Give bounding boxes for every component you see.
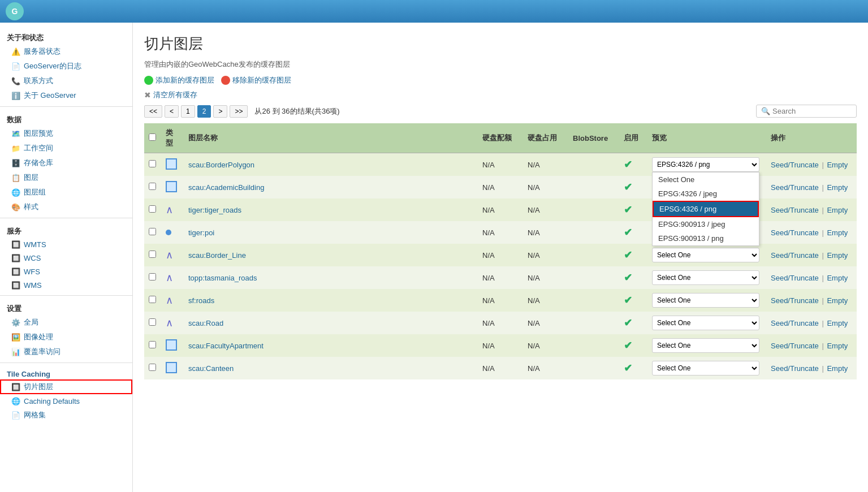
dropdown-item-epsg900913_png[interactable]: EPSG:900913 / png bbox=[653, 231, 759, 245]
row-checkbox-6[interactable] bbox=[149, 296, 156, 303]
dropdown-item-epsg4326_jpeg[interactable]: EPSG:4326 / jpeg bbox=[653, 187, 759, 201]
layer-name-1[interactable]: scau:AcademicBuilding bbox=[188, 183, 264, 192]
empty-link-3[interactable]: Empty bbox=[827, 228, 848, 237]
last-page-btn[interactable]: >> bbox=[230, 105, 248, 118]
empty-link-8[interactable]: Empty bbox=[827, 342, 848, 350]
page1-btn[interactable]: 1 bbox=[181, 105, 195, 118]
sidebar-item-geoserver-log[interactable]: 📄 GeoServer的日志 bbox=[0, 59, 132, 74]
layer-name-8[interactable]: scau:FacultyApartment bbox=[188, 342, 264, 350]
seed-truncate-link-7[interactable]: Seed/Truncate bbox=[771, 319, 819, 327]
preview-select-0[interactable]: Select OneEPSG:4326 / jpegEPSG:4326 / pn… bbox=[652, 157, 759, 172]
seed-truncate-link-4[interactable]: Seed/Truncate bbox=[771, 251, 819, 260]
empty-link-5[interactable]: Empty bbox=[827, 274, 848, 282]
sidebar-item-store[interactable]: 🗄️ 存储仓库 bbox=[0, 156, 132, 170]
seed-truncate-link-0[interactable]: Seed/Truncate bbox=[771, 161, 819, 169]
empty-link-4[interactable]: Empty bbox=[827, 251, 848, 260]
preview-select-5[interactable]: Select OneEPSG:4326 / jpegEPSG:4326 / pn… bbox=[652, 270, 759, 285]
row-checkbox-4[interactable] bbox=[149, 251, 156, 258]
add-cache-layer-link[interactable]: 添加新的缓存图层 bbox=[156, 75, 214, 85]
layers-icon: 🗺️ bbox=[11, 129, 20, 138]
sidebar-item-server-status[interactable]: ⚠️ 服务器状态 bbox=[0, 44, 132, 59]
sidebar-item-styles[interactable]: 🎨 样式 bbox=[0, 200, 132, 214]
preview-select-8[interactable]: Select OneEPSG:4326 / jpegEPSG:4326 / pn… bbox=[652, 338, 759, 353]
sidebar-item-about[interactable]: ℹ️ 关于 GeoServer bbox=[0, 88, 132, 103]
sidebar-item-global[interactable]: ⚙️ 全局 bbox=[0, 315, 132, 330]
seed-truncate-link-3[interactable]: Seed/Truncate bbox=[771, 228, 819, 237]
sidebar-item-layer-preview[interactable]: 🗺️ 图层预览 bbox=[0, 126, 132, 141]
empty-link-2[interactable]: Empty bbox=[827, 206, 848, 214]
next-page-btn[interactable]: > bbox=[213, 105, 227, 118]
empty-link-1[interactable]: Empty bbox=[827, 183, 848, 192]
sidebar-item-tile-layers[interactable]: 🔲 切片图层 bbox=[0, 379, 132, 394]
preview-select-9[interactable]: Select OneEPSG:4326 / jpegEPSG:4326 / pn… bbox=[652, 361, 759, 376]
enabled-check-1: ✔ bbox=[624, 182, 632, 193]
blobstore-5 bbox=[568, 266, 619, 289]
usage-0: N/A bbox=[523, 153, 568, 176]
sidebar-item-layers[interactable]: 📋 图层 bbox=[0, 170, 132, 185]
table-row: scau:CanteenN/AN/A✔Select OneEPSG:4326 /… bbox=[144, 357, 857, 379]
layer-name-0[interactable]: scau:BorderPolygon bbox=[188, 161, 254, 169]
row-checkbox-7[interactable] bbox=[149, 318, 156, 326]
seed-truncate-link-2[interactable]: Seed/Truncate bbox=[771, 206, 819, 214]
search-box[interactable]: 🔍 bbox=[756, 105, 857, 118]
row-checkbox-0[interactable] bbox=[149, 160, 156, 167]
sidebar-item-gridsets[interactable]: 📄 网格集 bbox=[0, 408, 132, 422]
row-checkbox-8[interactable] bbox=[149, 341, 156, 348]
page2-btn[interactable]: 2 bbox=[197, 105, 211, 118]
row-checkbox-9[interactable] bbox=[149, 364, 156, 371]
info-icon: ℹ️ bbox=[11, 91, 20, 100]
sidebar-item-workspace[interactable]: 📁 工作空间 bbox=[0, 141, 132, 156]
warning-icon: ⚠️ bbox=[11, 47, 20, 56]
empty-link-0[interactable]: Empty bbox=[827, 161, 848, 169]
layer-name-7[interactable]: scau:Road bbox=[188, 319, 223, 327]
col-preview: 预览 bbox=[647, 123, 766, 153]
empty-link-9[interactable]: Empty bbox=[827, 364, 848, 373]
ops-cell-9: Seed/Truncate | Empty bbox=[766, 357, 857, 379]
seed-truncate-link-5[interactable]: Seed/Truncate bbox=[771, 274, 819, 282]
sidebar-item-layergroup[interactable]: 🌐 图层组 bbox=[0, 185, 132, 200]
sidebar-item-wfs[interactable]: 🔲 WFS bbox=[0, 265, 132, 278]
section-services: 服务 bbox=[0, 222, 132, 238]
row-checkbox-1[interactable] bbox=[149, 183, 156, 190]
dropdown-item-epsg4326_png[interactable]: EPSG:4326 / png bbox=[653, 201, 759, 217]
layer-name-6[interactable]: sf:roads bbox=[188, 296, 214, 305]
sidebar-item-caching-defaults[interactable]: 🌐 Caching Defaults bbox=[0, 394, 132, 408]
row-checkbox-2[interactable] bbox=[149, 205, 156, 213]
layers-table: 类型 图层名称 硬盘配额 硬盘占用 BlobStore 启用 预览 操作 sca… bbox=[144, 123, 857, 379]
seed-truncate-link-8[interactable]: Seed/Truncate bbox=[771, 342, 819, 350]
blobstore-3 bbox=[568, 221, 619, 244]
empty-link-7[interactable]: Empty bbox=[827, 319, 848, 327]
preview-select-6[interactable]: Select OneEPSG:4326 / jpegEPSG:4326 / pn… bbox=[652, 293, 759, 308]
row-checkbox-5[interactable] bbox=[149, 273, 156, 280]
layer-name-5[interactable]: topp:tasmania_roads bbox=[188, 274, 257, 282]
layer-name-2[interactable]: tiger:tiger_roads bbox=[188, 206, 241, 214]
search-input[interactable] bbox=[772, 107, 852, 115]
layer-name-9[interactable]: scau:Canteen bbox=[188, 364, 234, 373]
sidebar-item-wmts[interactable]: 🔲 WMTS bbox=[0, 238, 132, 251]
dropdown-item-epsg900913_jpeg[interactable]: EPSG:900913 / jpeg bbox=[653, 217, 759, 231]
preview-select-4[interactable]: Select OneEPSG:4326 / jpegEPSG:4326 / pn… bbox=[652, 248, 759, 262]
seed-truncate-link-6[interactable]: Seed/Truncate bbox=[771, 296, 819, 305]
table-header-row: 类型 图层名称 硬盘配额 硬盘占用 BlobStore 启用 预览 操作 bbox=[144, 123, 857, 153]
sidebar-item-image-proc[interactable]: 🖼️ 图像处理 bbox=[0, 330, 132, 344]
sidebar-item-wms[interactable]: 🔲 WMS bbox=[0, 278, 132, 292]
clear-cache-link[interactable]: 清空所有缓存 bbox=[153, 90, 197, 100]
empty-link-6[interactable]: Empty bbox=[827, 296, 848, 305]
remove-cache-layer-link[interactable]: 移除新的缓存图层 bbox=[232, 75, 291, 85]
prev-page-btn[interactable]: < bbox=[165, 105, 179, 118]
preview-select-7[interactable]: Select OneEPSG:4326 / jpegEPSG:4326 / pn… bbox=[652, 316, 759, 330]
layer-name-4[interactable]: scau:Border_Line bbox=[188, 251, 246, 260]
sidebar-item-wcs[interactable]: 🔲 WCS bbox=[0, 251, 132, 265]
enabled-check-0: ✔ bbox=[624, 159, 632, 170]
sidebar-item-coverage[interactable]: 📊 覆盖率访问 bbox=[0, 344, 132, 359]
dropdown-item-[interactable]: Select One bbox=[653, 172, 759, 187]
select-all-checkbox[interactable] bbox=[149, 133, 156, 141]
row-checkbox-3[interactable] bbox=[149, 228, 156, 235]
ops-cell-2: Seed/Truncate | Empty bbox=[766, 198, 857, 221]
sidebar-item-contact[interactable]: 📞 联系方式 bbox=[0, 74, 132, 88]
seed-truncate-link-1[interactable]: Seed/Truncate bbox=[771, 183, 819, 192]
preview-cell-4: Select OneEPSG:4326 / jpegEPSG:4326 / pn… bbox=[647, 244, 766, 266]
seed-truncate-link-9[interactable]: Seed/Truncate bbox=[771, 364, 819, 373]
first-page-btn[interactable]: << bbox=[144, 105, 162, 118]
layer-name-3[interactable]: tiger:poi bbox=[188, 228, 214, 237]
